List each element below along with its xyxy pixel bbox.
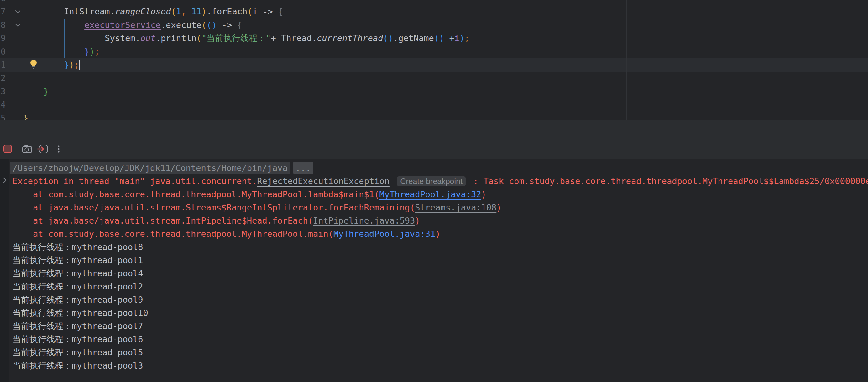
java-command-line[interactable]: /Users/zhaojw/Develop/JDK/jdk11/Contents… [10, 162, 290, 174]
caret-line-highlight [0, 58, 868, 71]
text-caret [79, 60, 80, 70]
code-line-31: }); [23, 58, 79, 71]
fold-collapse-icon[interactable] [14, 23, 21, 28]
toolbar-separator [18, 144, 18, 154]
right-margin-guide [626, 0, 627, 120]
program-output: 当前执行线程：mythread-pool10 [12, 308, 148, 318]
program-output: 当前执行线程：mythread-pool9 [12, 295, 143, 304]
code-editor[interactable]: 26272829303132333435 IntStream.rangeClos… [0, 0, 868, 120]
program-output: 当前执行线程：mythread-pool4 [12, 268, 143, 278]
error-text: ) [435, 229, 440, 239]
error-text: ) [496, 203, 501, 212]
fold-expand-icon[interactable] [2, 177, 8, 184]
console-line: at java.base/java.util.stream.Streams$Ra… [12, 201, 502, 214]
program-output: 当前执行线程：mythread-pool1 [12, 255, 143, 265]
exception-class-link[interactable]: RejectedExecutionException [257, 176, 390, 186]
program-output: 当前执行线程：mythread-pool3 [12, 361, 143, 371]
code-line-30: }); [23, 45, 100, 58]
run-toolwindow-header: 行 MyThreadPool [0, 120, 868, 143]
ide-window: { "toolwindow": { "label": "行" }, "tab":… [0, 0, 868, 382]
error-text: at java.base/java.util.stream.Streams$Ra… [12, 203, 415, 212]
console-line: 当前执行线程：mythread-pool7 [12, 320, 143, 333]
more-options-icon[interactable] [56, 144, 61, 155]
program-output: 当前执行线程：mythread-pool7 [12, 321, 143, 331]
code-line-33: } [23, 85, 49, 98]
stacktrace-file-link[interactable]: MyThreadPool.java:32 [379, 189, 481, 199]
run-console-output[interactable]: /Users/zhaojw/Develop/JDK/jdk11/Contents… [0, 159, 868, 382]
program-output: 当前执行线程：mythread-pool8 [12, 242, 143, 252]
stacktrace-file-link[interactable]: MyThreadPool.java:31 [333, 229, 435, 239]
error-text: ) [415, 216, 420, 226]
error-text: at java.base/java.util.stream.IntPipelin… [12, 216, 313, 226]
console-line: 当前执行线程：mythread-pool4 [12, 267, 143, 280]
error-text: : Task com.study.base.core.thread.thread… [473, 176, 868, 186]
exit-arrow-icon[interactable] [36, 144, 49, 155]
console-line: at com.study.base.core.thread.threadpool… [12, 188, 486, 201]
console-line: 当前执行线程：mythread-pool3 [12, 359, 143, 372]
run-console-toolbar [0, 143, 868, 159]
code-line-28: executorService.execute(() -> { [23, 19, 242, 32]
folded-text[interactable]: ... [293, 162, 313, 174]
program-output: 当前执行线程：mythread-pool2 [12, 282, 143, 291]
code-line-35: } [23, 112, 28, 120]
program-output: 当前执行线程：mythread-pool6 [12, 334, 143, 344]
fold-collapse-icon[interactable] [14, 9, 21, 14]
console-line: Exception in thread "main" java.util.con… [12, 175, 868, 188]
create-breakpoint-chip[interactable]: Create breakpoint [397, 176, 466, 186]
console-line: 当前执行线程：mythread-pool1 [12, 254, 143, 267]
code-line-27: IntStream.rangeClosed(1, 11).forEach(i -… [23, 5, 283, 18]
console-line: /Users/zhaojw/Develop/JDK/jdk11/Contents… [12, 161, 313, 175]
console-line: 当前执行线程：mythread-pool2 [12, 280, 143, 293]
console-line: at java.base/java.util.stream.IntPipelin… [12, 214, 420, 227]
console-line: 当前执行线程：mythread-pool5 [12, 346, 143, 359]
error-text: at com.study.base.core.thread.threadpool… [12, 189, 379, 199]
stacktrace-file-link[interactable]: Streams.java:108 [415, 203, 496, 212]
error-text: ) [481, 189, 486, 199]
error-text: at com.study.base.core.thread.threadpool… [12, 229, 333, 239]
code-line-29: System.out.println("当前执行线程："+ Thread.cur… [23, 32, 470, 45]
camera-icon[interactable] [22, 145, 33, 155]
console-line: at com.study.base.core.thread.threadpool… [12, 227, 440, 240]
program-output: 当前执行线程：mythread-pool5 [12, 348, 143, 357]
console-line: 当前执行线程：mythread-pool8 [12, 240, 143, 254]
console-gutter [0, 159, 9, 382]
stacktrace-file-link[interactable]: IntPipeline.java:593 [313, 216, 415, 226]
console-line: 当前执行线程：mythread-pool9 [12, 293, 143, 306]
error-text: Exception in thread "main" java.util.con… [12, 176, 257, 186]
console-line: 当前执行线程：mythread-pool6 [12, 333, 143, 346]
stop-button[interactable] [3, 145, 12, 153]
console-line: 当前执行线程：mythread-pool10 [12, 306, 148, 320]
